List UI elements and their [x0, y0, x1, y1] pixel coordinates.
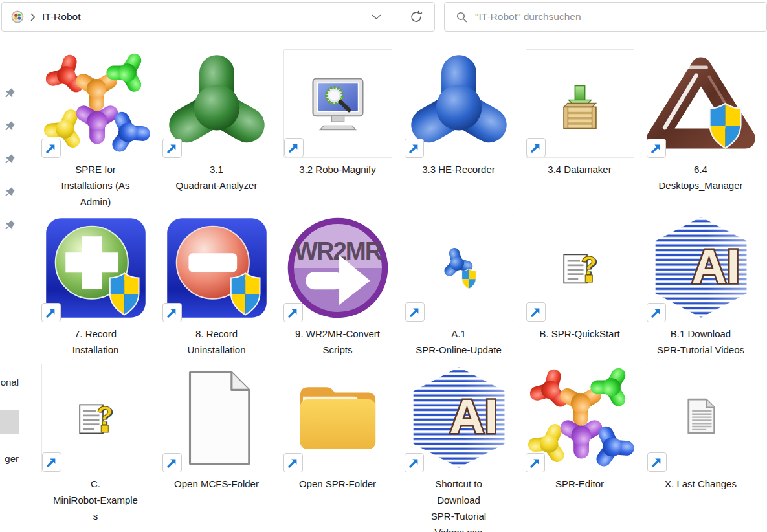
pin-icon[interactable]	[4, 154, 15, 168]
item-label: B. SPR-QuickStart	[539, 326, 619, 342]
shortcut-arrow-icon	[405, 453, 424, 472]
item-spre-for-installations[interactable]: SPRE for Installations (As Admin)	[35, 49, 156, 214]
item-open-mcfs-folder[interactable]: Open MCFS-Folder	[156, 364, 277, 532]
item-label: C. MiniRobot-Example s	[53, 476, 138, 524]
item-label: 6.4 Desktops_Manager	[658, 161, 742, 194]
explorer-top-bar: IT-Robot	[0, 0, 767, 34]
shortcut-arrow-icon	[162, 453, 182, 472]
shortcut-arrow-icon	[41, 303, 61, 322]
item-record-installation[interactable]: 7. Record Installation	[35, 214, 156, 364]
item-datamaker[interactable]: 3.4 Datamaker	[519, 49, 640, 214]
item-he-recorder[interactable]: 3.3 HE-Recorder	[398, 49, 519, 214]
ai-hexagon-icon: AI	[405, 364, 513, 472]
record-install-icon	[41, 214, 150, 322]
item-spr-editor[interactable]: SPR-Editor	[519, 364, 640, 532]
nav-item-label-truncated[interactable]: ger	[5, 453, 19, 464]
item-label: 3.4 Datamaker	[548, 161, 611, 177]
item-label: 3.1 Quadrant-Analyzer	[176, 161, 258, 194]
item-label: B.1 Download SPR-Tutorial Videos	[657, 326, 744, 358]
item-label: 8. Record Uninstallation	[187, 326, 245, 358]
shortcut-arrow-icon	[405, 139, 424, 158]
item-shortcut-download-spr-tutorial-videos[interactable]: AIShortcut to Download SPR-Tutorial Vide…	[398, 364, 519, 532]
item-label: Open MCFS-Folder	[174, 476, 259, 492]
shortcut-arrow-icon	[526, 453, 545, 472]
shortcut-arrow-icon	[42, 452, 61, 472]
item-label: 7. Record Installation	[72, 326, 119, 358]
item-record-uninstallation[interactable]: 8. Record Uninstallation	[156, 214, 277, 364]
shortcut-arrow-icon	[526, 302, 546, 322]
item-label: SPRE for Installations (As Admin)	[61, 161, 130, 210]
doc-question-icon: ? ?	[41, 364, 150, 472]
item-label: X. Last Changes	[665, 476, 737, 492]
item-label: A.1 SPR-Online-Update	[416, 326, 502, 358]
shortcut-arrow-icon	[405, 302, 425, 322]
shortcut-arrow-icon	[41, 139, 61, 158]
nav-item-label-truncated[interactable]: onal	[1, 377, 19, 388]
pin-icon[interactable]	[4, 121, 15, 135]
breadcrumb[interactable]: IT-Robot	[42, 11, 80, 23]
svg-text:WR2MR: WR2MR	[294, 237, 382, 265]
search-input[interactable]	[475, 11, 760, 23]
shortcut-arrow-icon	[526, 138, 546, 157]
item-spr-online-update[interactable]: A.1 SPR-Online-Update	[398, 214, 519, 364]
crate-download-icon	[526, 49, 634, 158]
green-tripod-icon	[162, 49, 271, 158]
folder-location-icon	[11, 10, 24, 23]
item-label: Open SPR-Folder	[299, 476, 376, 492]
svg-text:AI: AI	[691, 239, 740, 293]
pin-icon[interactable]	[4, 88, 15, 102]
pin-icon[interactable]	[4, 187, 15, 201]
item-robo-magnify[interactable]: 3.2 Robo-Magnify	[277, 49, 398, 214]
tripod-shield-icon	[405, 214, 513, 322]
shortcut-arrow-icon	[283, 303, 303, 322]
pin-icon[interactable]	[4, 220, 15, 234]
item-last-changes[interactable]: X. Last Changes	[640, 364, 761, 532]
item-label: Shortcut to Download SPR-Tutorial Videos…	[431, 476, 486, 532]
monitor-magnifier-icon	[283, 49, 392, 158]
item-open-spr-folder[interactable]: Open SPR-Folder	[277, 364, 398, 532]
shortcut-arrow-icon	[647, 303, 666, 322]
multi-tripod-icon	[526, 364, 634, 472]
nav-selected-item[interactable]	[0, 410, 19, 434]
folder-icon	[283, 364, 392, 472]
search-box[interactable]	[444, 2, 767, 32]
search-icon	[456, 12, 467, 23]
shortcut-arrow-icon	[647, 452, 667, 472]
doc-question-icon: ? ?	[526, 214, 634, 322]
item-download-spr-tutorial-videos[interactable]: AIB.1 Download SPR-Tutorial Videos	[640, 214, 761, 364]
gray-document-icon	[647, 364, 755, 472]
shortcut-arrow-icon	[283, 453, 303, 472]
item-label: SPR-Editor	[555, 476, 604, 492]
address-bar[interactable]: IT-Robot	[1, 2, 435, 32]
triangle-shield-icon	[647, 49, 755, 158]
address-dropdown-icon[interactable]	[372, 14, 381, 20]
item-quadrant-analyzer[interactable]: 3.1 Quadrant-Analyzer	[156, 49, 277, 214]
item-desktops-manager[interactable]: 6.4 Desktops_Manager	[640, 49, 761, 214]
record-uninstall-icon	[162, 214, 271, 322]
shortcut-arrow-icon	[647, 139, 666, 158]
navigation-pane[interactable]: onal ger	[0, 34, 21, 532]
wr2mr-icon: WR2MR	[283, 214, 392, 322]
item-label: 3.3 HE-Recorder	[422, 161, 495, 177]
blank-document-icon	[162, 364, 271, 472]
multi-tripod-icon	[41, 49, 150, 158]
refresh-icon[interactable]	[410, 10, 423, 23]
folder-items-view: SPRE for Installations (As Admin) 3.1 Qu…	[21, 34, 767, 532]
svg-text:AI: AI	[449, 389, 498, 443]
item-label: 3.2 Robo-Magnify	[299, 161, 375, 177]
shortcut-arrow-icon	[162, 139, 182, 158]
shortcut-arrow-icon	[162, 303, 182, 322]
blue-tripod-icon	[405, 49, 513, 158]
item-spr-quickstart[interactable]: ? ? B. SPR-QuickStart	[519, 214, 640, 364]
item-minirobot-examples[interactable]: ? ? C. MiniRobot-Example s	[35, 364, 156, 532]
item-wr2mr-convert-scripts[interactable]: WR2MR 9. WR2MR-Convert Scripts	[277, 214, 398, 364]
ai-hexagon-icon: AI	[647, 214, 755, 322]
shortcut-arrow-icon	[284, 138, 304, 157]
item-label: 9. WR2MR-Convert Scripts	[295, 326, 380, 358]
breadcrumb-chevron-icon[interactable]	[30, 13, 36, 21]
